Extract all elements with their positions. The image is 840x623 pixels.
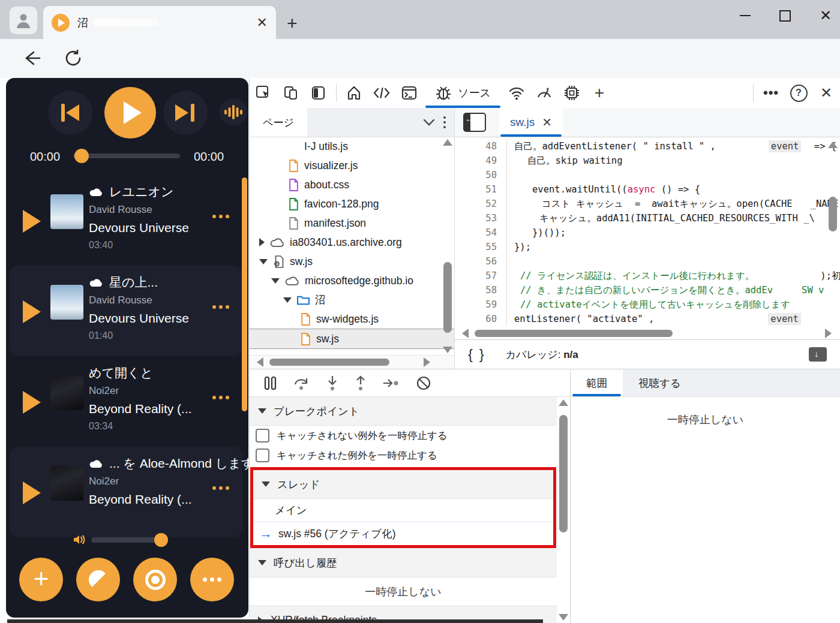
navigator-hscrollbar[interactable] bbox=[250, 355, 454, 369]
track-menu-icon[interactable] bbox=[212, 396, 229, 399]
record-button[interactable] bbox=[133, 558, 177, 601]
theme-contrast-button[interactable] bbox=[76, 558, 120, 601]
code-text[interactable]: 自己。skip waiting bbox=[506, 154, 840, 168]
tree-item-favicon-128.png[interactable]: favicon-128.png bbox=[250, 194, 454, 213]
console-tool-button[interactable] bbox=[395, 78, 423, 108]
checkbox-icon[interactable] bbox=[256, 449, 269, 462]
callstack-section-header[interactable]: 呼び出し履歴 bbox=[250, 548, 557, 577]
track-item-2[interactable]: 星の上...David RousseDevours Universe01:40 bbox=[10, 266, 242, 356]
editor-tab-swjs[interactable]: sw.js ✕ bbox=[499, 108, 563, 137]
line-number[interactable]: 49 bbox=[455, 155, 506, 166]
new-tab-button[interactable]: + bbox=[287, 13, 298, 34]
tree-item-I-J-utils.js[interactable]: I-J utils.js bbox=[250, 137, 454, 156]
tree-item-sw.js[interactable]: sw.js bbox=[250, 329, 454, 349]
volume-slider[interactable] bbox=[91, 537, 164, 543]
code-text[interactable]: 自己。addEventListener( " install " ,event … bbox=[506, 139, 840, 154]
tree-expander-icon[interactable] bbox=[283, 297, 292, 303]
code-text[interactable]: // ライセンス認証は、インストール後に行われます。);初 bbox=[506, 269, 840, 283]
tree-expander-icon[interactable] bbox=[271, 278, 280, 284]
line-number[interactable]: 57 bbox=[455, 270, 506, 281]
track-play-icon[interactable] bbox=[23, 300, 41, 323]
line-number[interactable]: 48 bbox=[455, 141, 506, 152]
tree-expander-icon[interactable] bbox=[259, 259, 268, 264]
help-button[interactable]: ? bbox=[785, 78, 812, 108]
track-play-icon[interactable] bbox=[23, 391, 41, 414]
tree-item-visualizer.js[interactable]: visualizer.js bbox=[250, 156, 454, 175]
debugger-scrollbar[interactable] bbox=[559, 399, 568, 621]
tree-item-about.css[interactable]: about.css bbox=[250, 175, 454, 194]
inspect-element-button[interactable] bbox=[250, 78, 277, 108]
next-track-button[interactable] bbox=[163, 91, 208, 135]
tree-item-manifest.json[interactable]: manifest.json bbox=[250, 213, 454, 233]
page-tab[interactable]: ページ bbox=[250, 108, 307, 137]
pretty-print-icon[interactable]: { } bbox=[468, 346, 485, 363]
welcome-tool-button[interactable] bbox=[340, 78, 368, 108]
tab-close-icon[interactable]: ✕ bbox=[257, 16, 268, 29]
profile-avatar[interactable] bbox=[10, 7, 37, 34]
line-number[interactable]: 51 bbox=[455, 184, 506, 195]
step-into-button[interactable] bbox=[326, 375, 338, 391]
track-play-icon[interactable] bbox=[23, 481, 41, 504]
add-song-button[interactable]: + bbox=[19, 558, 63, 601]
seek-thumb[interactable] bbox=[74, 149, 89, 163]
code-text[interactable] bbox=[506, 254, 840, 269]
line-number[interactable]: 56 bbox=[455, 256, 506, 267]
threads-section-header[interactable]: スレッド bbox=[253, 470, 553, 499]
tree-item-microsoftedge.github.io[interactable]: microsoftedge.github.io bbox=[250, 271, 454, 290]
pause-button[interactable] bbox=[264, 376, 277, 390]
chevron-down-icon[interactable] bbox=[423, 118, 435, 127]
tree-item-sw-widgets.js[interactable]: sw-widgets.js bbox=[250, 309, 454, 329]
editor-tab-close-icon[interactable]: ✕ bbox=[542, 115, 552, 130]
more-tools-button[interactable]: + bbox=[586, 78, 613, 108]
code-text[interactable]: // activateイベントを使用して古いキャッシュを削除します bbox=[506, 297, 840, 312]
track-item-4[interactable]: ... を Aloe-Almond します。Noi2erBeyond Reali… bbox=[10, 447, 242, 537]
thread-main-row[interactable]: メイン bbox=[253, 499, 553, 522]
back-button[interactable] bbox=[22, 49, 41, 68]
playlist-scrollbar[interactable] bbox=[242, 177, 247, 411]
tree-item--[interactable]: 沼 bbox=[250, 290, 454, 309]
more-options-button[interactable] bbox=[190, 558, 234, 601]
tree-scrollbar[interactable] bbox=[443, 139, 452, 353]
line-number[interactable]: 60 bbox=[455, 314, 506, 324]
play-button[interactable] bbox=[104, 87, 156, 139]
tree-item-ia803401.us.archive.org[interactable]: ia803401.us.archive.org bbox=[250, 233, 454, 252]
breakpoints-section-header[interactable]: ブレークポイント bbox=[250, 396, 557, 426]
device-emulation-button[interactable] bbox=[277, 78, 305, 108]
line-number[interactable]: 55 bbox=[455, 242, 506, 252]
code-editor[interactable]: 48自己。addEventListener( " install " ,even… bbox=[455, 137, 840, 327]
step-out-button[interactable] bbox=[355, 375, 367, 391]
window-close-button[interactable]: ✕ bbox=[820, 8, 832, 23]
thread-swjs-row[interactable]: →sw.js #56 (アクティブ化) bbox=[253, 522, 553, 545]
checkbox-icon[interactable] bbox=[256, 429, 269, 443]
tree-item-sw.js[interactable]: sw.js bbox=[250, 252, 454, 271]
devtools-menu-button[interactable]: ••• bbox=[757, 78, 785, 108]
track-menu-icon[interactable] bbox=[212, 215, 229, 218]
memory-tool-button[interactable] bbox=[558, 78, 586, 108]
previous-track-button[interactable] bbox=[48, 91, 92, 135]
pause-uncaught-checkbox-row[interactable]: キャッチされない例外を一時停止する bbox=[250, 426, 557, 446]
visualizer-button[interactable] bbox=[220, 98, 247, 126]
editor-scrollbar[interactable] bbox=[828, 142, 838, 148]
scope-tab-1[interactable]: 範囲 bbox=[571, 369, 623, 396]
devtools-close-button[interactable]: ✕ bbox=[812, 78, 840, 108]
track-menu-icon[interactable] bbox=[212, 486, 229, 490]
performance-tool-button[interactable] bbox=[530, 78, 558, 108]
hide-navigator-button[interactable] bbox=[463, 113, 486, 132]
window-maximize-button[interactable] bbox=[779, 10, 791, 22]
step-button[interactable] bbox=[383, 377, 400, 390]
line-number[interactable]: 52 bbox=[455, 198, 506, 209]
pause-caught-checkbox-row[interactable]: キャッチされた例外を一時停止する bbox=[250, 446, 557, 465]
code-text[interactable]: entListener( "activate" ,event bbox=[506, 312, 840, 326]
volume-thumb[interactable] bbox=[154, 533, 168, 547]
line-number[interactable]: 50 bbox=[455, 170, 506, 180]
network-tool-button[interactable] bbox=[503, 78, 530, 108]
tree-expander-icon[interactable] bbox=[259, 238, 265, 246]
scope-tab-2[interactable]: 視聴する bbox=[623, 369, 697, 396]
editor-hscrollbar[interactable] bbox=[455, 327, 840, 339]
seek-slider[interactable] bbox=[73, 154, 180, 158]
browser-tab[interactable]: 沼 ✕ bbox=[43, 6, 276, 39]
code-text[interactable] bbox=[506, 168, 840, 182]
code-text[interactable]: })()); bbox=[506, 225, 840, 240]
code-text[interactable]: コスト キャッシュ = awaitキャッシュ。open(CACHE_NAME bbox=[506, 197, 840, 211]
code-text[interactable]: }); bbox=[506, 240, 840, 254]
